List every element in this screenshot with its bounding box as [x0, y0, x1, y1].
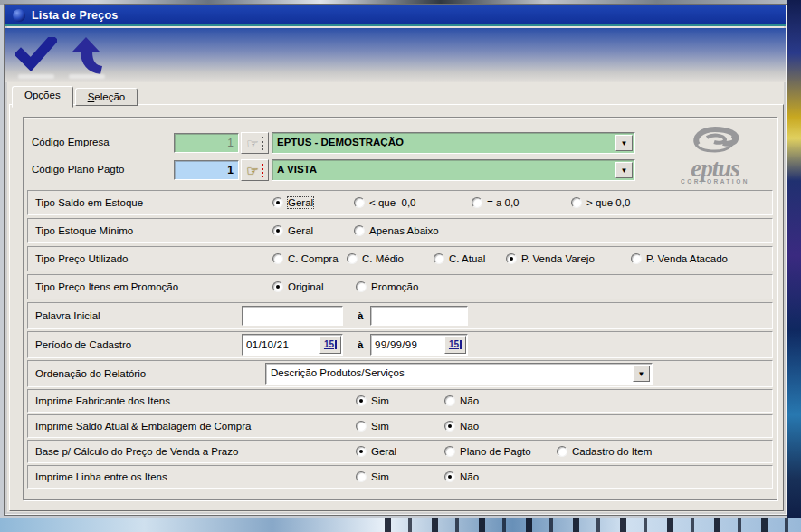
radio-label: Não: [460, 471, 479, 482]
radio-p-venda-varejo[interactable]: P. Venda Varejo: [506, 253, 595, 264]
dropdown-arrow-icon[interactable]: [633, 366, 650, 382]
lista-de-precos-window: Lista de Preços Opções Seleção: [4, 4, 787, 516]
row-ordenacao-relatorio: Ordenação do Relatório Descrição Produto…: [27, 360, 773, 387]
radio-cadastro-do-item[interactable]: Cadastro do Item: [557, 446, 652, 457]
radio-igual-a[interactable]: = a 0,0: [472, 197, 520, 208]
row-imprime-saldo-atual: Imprime Saldo Atual & Embalagem de Compr…: [27, 414, 773, 438]
row-label: Tipo Preço Utilizado: [35, 253, 128, 264]
radio-label: Apenas Abaixo: [369, 225, 439, 236]
date-to-value[interactable]: 99/99/99: [371, 339, 444, 350]
row-label: Base p/ Cálculo do Preço de Venda a Praz…: [35, 446, 238, 457]
radio-c-compra[interactable]: C. Compra: [272, 253, 339, 264]
radio-menor-que[interactable]: < que 0,0: [354, 197, 415, 208]
radio-sim[interactable]: Sim: [356, 395, 389, 406]
dropdown-arrow-icon[interactable]: [615, 162, 633, 178]
radio-nao[interactable]: Não: [444, 395, 479, 406]
tab-opcoes[interactable]: Opções: [12, 86, 73, 108]
radio-label: Não: [460, 395, 479, 406]
radio-c-atual[interactable]: C. Atual: [434, 253, 485, 264]
radio-label: Sim: [371, 421, 389, 432]
back-button[interactable]: [63, 33, 110, 77]
date-from-value[interactable]: 01/10/21: [243, 339, 319, 350]
palavra-inicial-to-input[interactable]: [370, 306, 468, 326]
radio-icon: [472, 197, 482, 208]
radio-sim[interactable]: Sim: [356, 421, 389, 432]
screen: Lista de Preços Opções Seleção: [0, 0, 801, 532]
radio-p-venda-atacado[interactable]: P. Venda Atacado: [631, 253, 728, 264]
radio-sim[interactable]: Sim: [356, 471, 389, 482]
ordenacao-combobox[interactable]: Descrição Produtos/Serviços: [265, 363, 653, 385]
radio-label: C. Médio: [362, 253, 404, 264]
radio-label: Geral: [371, 446, 396, 457]
payment-plan-lookup-button[interactable]: ☞: [241, 159, 269, 181]
row-base-calculo-prazo: Base p/ Cálculo do Preço de Venda a Praz…: [27, 440, 773, 463]
row-label: Tipo Preço Itens em Promoção: [35, 281, 178, 292]
radio-apenas-abaixo[interactable]: Apenas Abaixo: [354, 225, 439, 236]
desktop-background-bottom: [0, 518, 801, 532]
radio-maior-que[interactable]: > que 0,0: [571, 197, 630, 208]
palavra-inicial-from-input[interactable]: [242, 306, 343, 326]
radio-icon: [444, 446, 455, 457]
app-sphere-icon: [13, 9, 25, 22]
payment-plan-combobox[interactable]: A VISTA: [272, 159, 635, 181]
back-arrow-icon: [69, 35, 105, 75]
radio-plano-de-pagto[interactable]: Plano de Pagto: [444, 446, 531, 457]
calendar-day-number: 15: [449, 340, 462, 349]
radio-nao[interactable]: Não: [444, 421, 479, 432]
radio-geral[interactable]: Geral: [272, 225, 313, 236]
radio-icon: [434, 253, 444, 264]
payment-plan-code-input[interactable]: 1: [174, 160, 239, 180]
row-tipo-estoque-minimo: Tipo Estoque Mínimo Geral Apenas Abaixo: [27, 218, 773, 243]
radio-icon: [272, 225, 283, 236]
company-lookup-button[interactable]: ☞: [241, 132, 269, 154]
radio-icon: [354, 225, 365, 236]
radio-icon: [356, 446, 367, 457]
radio-promocao[interactable]: Promoção: [356, 281, 418, 292]
title-bar[interactable]: Lista de Preços: [5, 5, 786, 26]
radio-nao[interactable]: Não: [444, 471, 479, 482]
radio-icon: [272, 197, 283, 208]
row-imprime-fabricante: Imprime Fabricante dos Itens Sim Não: [27, 389, 773, 413]
radio-icon: [347, 253, 358, 264]
hand-pointer-icon: ☞: [246, 137, 262, 150]
desktop-background-right: [787, 0, 801, 532]
radio-label: Geral: [288, 197, 313, 208]
dropdown-arrow-icon[interactable]: [615, 135, 633, 151]
radio-label: Não: [460, 421, 479, 432]
date-from-field[interactable]: 01/10/21 15: [242, 334, 343, 356]
row-label: Tipo Estoque Mínimo: [35, 225, 133, 236]
tab-bar: Opções Seleção: [12, 84, 138, 106]
range-separator: à: [358, 310, 363, 321]
row-palavra-inicial: Palavra Inicial à: [27, 302, 773, 329]
row-tipo-preco-promocao: Tipo Preço Itens em Promoção Original Pr…: [27, 274, 773, 299]
company-combobox-value: EPTUS - DEMOSTRAÇÃO: [277, 137, 404, 147]
radio-geral[interactable]: Geral: [272, 197, 313, 208]
row-label: Palavra Inicial: [35, 310, 100, 321]
radio-geral[interactable]: Geral: [356, 446, 396, 457]
confirm-button[interactable]: [13, 33, 60, 77]
radio-label: C. Atual: [449, 253, 485, 264]
row-label: Imprime Linha entre os Itens: [35, 471, 167, 482]
eptus-brand-text: eptus: [657, 157, 773, 179]
radio-c-medio[interactable]: C. Médio: [347, 253, 404, 264]
calendar-15-icon[interactable]: 15: [319, 336, 341, 354]
row-tipo-preco-utilizado: Tipo Preço Utilizado C. Compra C. Médio …: [27, 246, 773, 271]
tab-selecao[interactable]: Seleção: [75, 88, 138, 106]
row-label: Período de Cadastro: [35, 339, 131, 350]
radio-label: Geral: [288, 225, 313, 236]
radio-label: C. Compra: [288, 253, 339, 264]
radio-original[interactable]: Original: [272, 281, 324, 292]
date-to-field[interactable]: 99/99/99 15: [370, 334, 468, 356]
radio-icon: [356, 421, 367, 432]
company-code-input[interactable]: 1: [174, 133, 239, 153]
radio-icon: [356, 395, 367, 406]
radio-icon: [444, 395, 455, 406]
radio-label: P. Venda Varejo: [521, 253, 595, 264]
desktop-taskbar-blur: [385, 518, 801, 532]
radio-label: P. Venda Atacado: [646, 253, 728, 264]
tab-selecao-label: Seleção: [88, 91, 126, 102]
calendar-15-icon[interactable]: 15: [444, 336, 466, 354]
eptus-swirl-icon: [685, 125, 745, 156]
company-combobox[interactable]: EPTUS - DEMOSTRAÇÃO: [272, 132, 635, 154]
eptus-corporation-text: CORPORATION: [657, 178, 773, 185]
